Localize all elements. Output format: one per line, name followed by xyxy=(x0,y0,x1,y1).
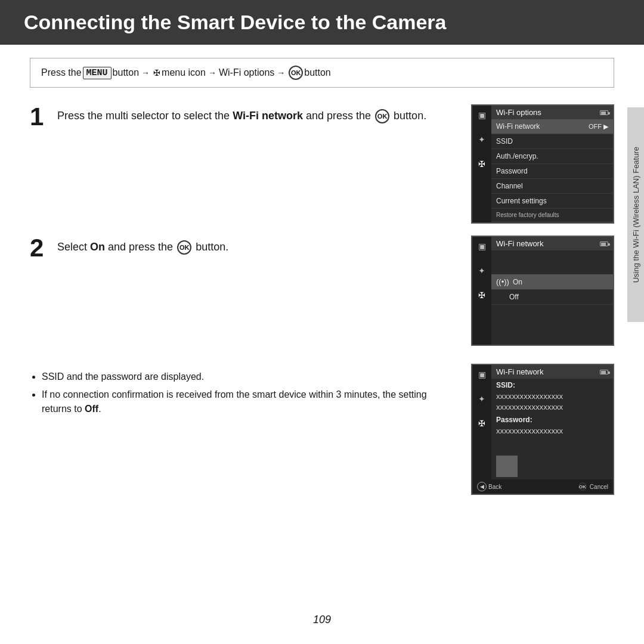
back-circle-icon: ◀ xyxy=(477,482,487,491)
screen1-item-7: Restore factory defaults xyxy=(491,209,613,222)
battery-icon-3 xyxy=(600,370,608,374)
title-bar: Connecting the Smart Device to the Camer… xyxy=(0,0,644,45)
screen1-item-4: Password xyxy=(491,164,613,179)
screen2-header-text: Wi-Fi network xyxy=(496,239,543,248)
screen3-ssid-line2: XXXXXXXXXXXXXXXXX xyxy=(491,402,613,413)
camera-screen-2: ▣ ✦ ✠ Wi-Fi network ((•)) On Off xyxy=(471,236,614,346)
qr-code-placeholder xyxy=(496,456,518,477)
screen1-item-2: SSID xyxy=(491,134,613,149)
cam-icon-star: ✦ xyxy=(478,135,485,145)
cam-menu-spacer xyxy=(491,250,613,274)
cam-menu-1: Wi-Fi options Wi-Fi network OFF ▶ SSID A… xyxy=(491,106,613,222)
step1-text-end: button. xyxy=(394,110,426,122)
cam-icon-wifi: ✠ xyxy=(478,159,485,169)
cam-sidebar-3: ▣ ✦ ✠ xyxy=(472,365,491,479)
screen1-item-6: Current settings xyxy=(491,194,613,209)
page-number: 109 xyxy=(313,614,331,626)
arrow-1: → xyxy=(141,68,150,78)
camera-screen-1: ▣ ✦ ✠ Wi-Fi options Wi-Fi network OFF ▶ … xyxy=(471,104,614,224)
step2-bold: On xyxy=(90,241,105,253)
screen2-option-off: Off xyxy=(491,290,613,305)
arrow-3: → xyxy=(277,68,285,78)
step1-text: Press the multi selector to select the W… xyxy=(57,104,426,124)
battery-icon-1 xyxy=(600,110,608,115)
instruction-suffix: button xyxy=(304,67,330,78)
battery-icon-2 xyxy=(600,242,608,246)
cam-icon-camera: ▣ xyxy=(478,110,486,120)
screen1-item-1: Wi-Fi network OFF ▶ xyxy=(491,119,613,134)
screen3-qr-area xyxy=(491,437,613,479)
step1-header: 1 Press the multi selector to select the… xyxy=(30,104,453,129)
wifi-symbol: ((•)) xyxy=(496,277,509,286)
cam-icon-wifi-2: ✠ xyxy=(478,290,485,301)
screen3-ssid-label: SSID: xyxy=(491,379,613,392)
bullet-1: SSID and the password are displayed. xyxy=(42,370,453,384)
instruction-wifi-text: menu icon xyxy=(162,67,206,78)
main-content: Press the MENU button → ✠ menu icon → Wi… xyxy=(0,58,644,495)
cam-menu-header-3: Wi-Fi network xyxy=(491,365,613,379)
step2-text-after: and press the xyxy=(105,241,173,253)
screen3-header-text: Wi-Fi network xyxy=(496,367,543,376)
cam-back-button: ◀ Back xyxy=(477,482,501,491)
step2-ok-icon: OK xyxy=(177,240,191,255)
step2-row: 2 Select On and press the OK button. ▣ ✦… xyxy=(30,236,614,346)
cam-icon-camera-2: ▣ xyxy=(478,242,486,252)
instruction-bar: Press the MENU button → ✠ menu icon → Wi… xyxy=(30,58,614,88)
screen3-ssid-line1: XXXXXXXXXXXXXXXXX xyxy=(491,392,613,402)
screen1-item-3: Auth./encryp. xyxy=(491,149,613,164)
cam-menu-header-1: Wi-Fi options xyxy=(491,106,613,119)
cam-cancel-button: OK Cancel xyxy=(577,482,608,491)
step2-text: Select On and press the OK button. xyxy=(57,236,228,255)
screen1-item-5: Channel xyxy=(491,179,613,194)
screen2-option-on: ((•)) On xyxy=(491,274,613,290)
page-title: Connecting the Smart Device to the Camer… xyxy=(24,11,620,34)
cam-icon-star-2: ✦ xyxy=(478,266,485,276)
step2-header: 2 Select On and press the OK button. xyxy=(30,236,453,261)
wifi-options-text: Wi-Fi options xyxy=(219,67,274,78)
cam-icon-wifi-3: ✠ xyxy=(478,419,485,429)
step2-text-before: Select xyxy=(57,241,90,253)
instruction-prefix: Press the xyxy=(41,67,82,78)
cam-footer-3: ◀ Back OK Cancel xyxy=(472,479,613,494)
cam-icon-star-3: ✦ xyxy=(478,394,485,404)
step1-bold: Wi-Fi network xyxy=(233,110,303,122)
step2-left: 2 Select On and press the OK button. xyxy=(30,236,453,267)
notes-area: SSID and the password are displayed. If … xyxy=(30,364,614,495)
screen3-password-label: Password: xyxy=(491,413,613,426)
bullet-list: SSID and the password are displayed. If … xyxy=(30,370,453,416)
arrow-2: → xyxy=(208,68,216,78)
step1-text-after: and press the xyxy=(303,110,371,122)
ok-cancel-icon: OK xyxy=(578,482,587,491)
screen3-inner: ▣ ✦ ✠ Wi-Fi network SSID: XXXXXXXXXXXXXX… xyxy=(472,365,613,479)
screen3-password-value: XXXXXXXXXXXXXXXXX xyxy=(491,426,613,437)
step1-text-before: Press the multi selector to select the xyxy=(57,110,233,122)
step1-number: 1 xyxy=(30,104,49,129)
ok-button-icon: OK xyxy=(289,66,303,80)
camera-screen-3: ▣ ✦ ✠ Wi-Fi network SSID: XXXXXXXXXXXXXX… xyxy=(471,364,614,495)
menu-key: MENU xyxy=(83,67,112,79)
cam-sidebar-1: ▣ ✦ ✠ xyxy=(472,106,491,222)
step2-text-end: button. xyxy=(196,241,228,253)
instruction-button-text: button xyxy=(113,67,139,78)
step2-number: 2 xyxy=(30,236,49,261)
cam-icon-camera-3: ▣ xyxy=(478,370,486,380)
cam-sidebar-2: ▣ ✦ ✠ xyxy=(472,237,491,345)
wifi-menu-icon: ✠ xyxy=(153,68,160,78)
screen1-header-text: Wi-Fi options xyxy=(496,108,541,117)
step1-ok-icon: OK xyxy=(375,109,389,123)
cam-menu-3: Wi-Fi network SSID: XXXXXXXXXXXXXXXXX XX… xyxy=(491,365,613,479)
bullet-2: If no connection confirmation is receive… xyxy=(42,388,453,416)
step1-left: 1 Press the multi selector to select the… xyxy=(30,104,453,135)
notes-left: SSID and the password are displayed. If … xyxy=(30,364,453,420)
step1-row: 1 Press the multi selector to select the… xyxy=(30,104,614,224)
side-tab: Using the Wi-Fi (Wireless LAN) Feature xyxy=(627,107,644,322)
cam-menu-header-2: Wi-Fi network xyxy=(491,237,613,250)
cam-menu-2: Wi-Fi network ((•)) On Off xyxy=(491,237,613,345)
side-tab-text: Using the Wi-Fi (Wireless LAN) Feature xyxy=(631,147,640,283)
